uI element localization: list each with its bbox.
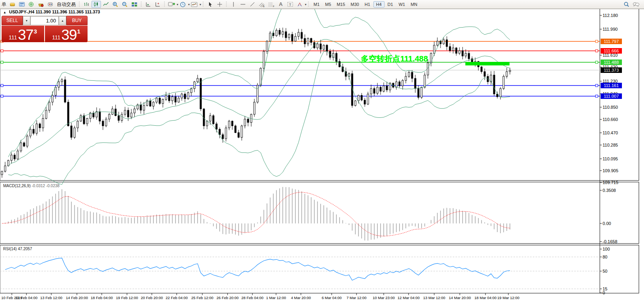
buy-button[interactable]: BUY bbox=[66, 16, 88, 25]
profiles-icon[interactable] bbox=[179, 1, 187, 8]
new-chart-dropdown[interactable]: ▾ bbox=[177, 3, 178, 6]
svg-text:E: E bbox=[263, 5, 265, 7]
autotrading-button[interactable]: 自动交易 bbox=[55, 1, 77, 8]
buy-price-pips: 39 bbox=[61, 28, 77, 41]
arrows-dropdown[interactable]: ▾ bbox=[305, 3, 306, 6]
toolbar-separator bbox=[163, 1, 166, 8]
navigator-icon[interactable] bbox=[27, 1, 36, 8]
hline-price-label: 111.007 bbox=[601, 93, 622, 99]
toolbar-separator bbox=[140, 1, 143, 8]
date-axis-label: 7 Mar 12:00 bbox=[347, 296, 367, 300]
arrows-icon[interactable] bbox=[295, 1, 304, 8]
label-icon[interactable]: T bbox=[286, 1, 295, 8]
cursor-icon[interactable] bbox=[206, 1, 215, 8]
price-axis-tick: 110.660 bbox=[603, 117, 618, 122]
current-price-label: 111.373 bbox=[601, 67, 622, 73]
date-axis-label: 22 Feb 04:00 bbox=[166, 296, 188, 300]
volume-spinner: ▼ 1.00 ▲ bbox=[23, 16, 66, 25]
svg-text:T: T bbox=[289, 3, 291, 7]
timeframe-m5[interactable]: M5 bbox=[323, 2, 333, 7]
toolbar-separator bbox=[307, 1, 310, 8]
date-axis-label: 14 Feb 20:00 bbox=[66, 296, 88, 300]
rsi-value: 47.2057 bbox=[18, 247, 32, 251]
macd-label: MACD(12,26,9) -0.0312 -0.0238 bbox=[3, 184, 60, 188]
hline-price-label: 111.488 bbox=[601, 60, 622, 65]
toolbar-separator bbox=[202, 1, 205, 8]
candlestick-chart-icon[interactable] bbox=[91, 1, 101, 8]
rsi-label: RSI(14) 47.2057 bbox=[3, 247, 32, 251]
vertical-line-icon[interactable] bbox=[229, 1, 238, 8]
tile-windows-icon[interactable] bbox=[130, 1, 139, 8]
svg-text:F: F bbox=[273, 5, 274, 7]
sell-button[interactable]: SELL bbox=[2, 16, 23, 25]
terminal-icon[interactable] bbox=[37, 1, 45, 8]
line-chart-icon[interactable] bbox=[102, 1, 110, 8]
date-axis-label: 6 Mar 04:00 bbox=[322, 296, 342, 300]
fibonacci-icon[interactable]: F bbox=[267, 1, 276, 8]
volume-decrease-button[interactable]: ▼ bbox=[23, 16, 30, 25]
trendline-icon[interactable] bbox=[248, 1, 257, 8]
main-toolbar: 单 自动交易 ▾ ▾ ▾ bbox=[0, 0, 644, 9]
buy-price-box[interactable]: 111 39 1 bbox=[45, 26, 88, 42]
macd-axis-tick: 0.3508 bbox=[603, 188, 616, 193]
autotrading-icon[interactable] bbox=[46, 1, 55, 8]
timeframe-m1[interactable]: M1 bbox=[311, 2, 322, 7]
ohlc-close: 111.373 bbox=[85, 9, 100, 14]
indicators-dropdown[interactable]: ▾ bbox=[200, 3, 201, 6]
indicators-icon[interactable] bbox=[190, 1, 199, 8]
chat-icon[interactable] bbox=[632, 1, 640, 8]
ohlc-low: 111.365 bbox=[69, 9, 84, 14]
price-axis-tick: 110.285 bbox=[603, 143, 618, 147]
zoom-out-icon[interactable] bbox=[121, 1, 129, 8]
volume-input[interactable]: 1.00 bbox=[30, 16, 59, 25]
sell-price-figure: 111 bbox=[9, 33, 17, 41]
buy-price-figure: 111 bbox=[52, 33, 60, 41]
chart-shift-icon[interactable] bbox=[153, 1, 162, 8]
timeframe-m15[interactable]: M15 bbox=[334, 2, 347, 7]
text-icon[interactable]: A bbox=[276, 1, 285, 8]
price-axis-tick: 110.095 bbox=[603, 156, 618, 161]
price-axis-tick: 110.850 bbox=[603, 105, 618, 110]
channel-icon[interactable]: E bbox=[258, 1, 266, 8]
hline-price-label: 111.161 bbox=[601, 83, 622, 88]
bar-chart-icon[interactable] bbox=[82, 1, 91, 8]
chart-canvas[interactable] bbox=[0, 0, 644, 305]
macd-main-value: -0.0312 bbox=[32, 184, 45, 188]
rsi-axis-tick: 80 bbox=[603, 255, 607, 259]
price-axis-tick: 111.990 bbox=[603, 27, 618, 32]
rsi-axis-tick: 0 bbox=[603, 290, 605, 295]
timeframe-m30[interactable]: M30 bbox=[348, 2, 361, 7]
macd-signal-value: -0.0238 bbox=[46, 184, 60, 188]
timeframe-mn[interactable]: MN bbox=[408, 2, 420, 7]
date-axis-label: 18 Feb 04:00 bbox=[91, 296, 113, 300]
market-watch-icon[interactable] bbox=[18, 1, 26, 8]
toolbar-separator bbox=[225, 1, 228, 8]
auto-scroll-icon[interactable] bbox=[144, 1, 153, 8]
zoom-in-icon[interactable] bbox=[111, 1, 120, 8]
search-icon[interactable] bbox=[622, 1, 631, 8]
timeframe-h1[interactable]: H1 bbox=[362, 2, 372, 7]
timeframe-d1[interactable]: D1 bbox=[385, 2, 396, 7]
collapse-ohlc-icon[interactable]: ▲ bbox=[3, 11, 6, 14]
volume-increase-button[interactable]: ▲ bbox=[59, 16, 66, 25]
new-chart-icon[interactable] bbox=[167, 1, 176, 8]
timeframe-w1[interactable]: W1 bbox=[396, 2, 408, 7]
date-axis-label: 13 Feb 12:00 bbox=[40, 296, 62, 300]
menu-fragment[interactable]: 单 bbox=[0, 1, 8, 8]
horizontal-line-icon[interactable] bbox=[239, 1, 247, 8]
date-axis-label: 28 Feb 04:00 bbox=[241, 296, 263, 300]
timeframe-bar: M1M5M15M30H1H4D1W1MN bbox=[311, 1, 420, 7]
date-axis-label: 25 Feb 12:00 bbox=[191, 296, 213, 300]
crosshair-icon[interactable] bbox=[215, 1, 224, 8]
date-axis-label: 26 Feb 20:00 bbox=[217, 296, 239, 300]
chart-annotation-text[interactable]: 多空转折点111.488 bbox=[361, 54, 428, 64]
price-axis-tick: 109.715 bbox=[603, 180, 618, 185]
sell-price-box[interactable]: 111 37 3 bbox=[2, 26, 44, 42]
new-order-icon[interactable] bbox=[8, 1, 17, 8]
timeframe-h4[interactable]: H4 bbox=[373, 1, 385, 7]
date-axis-label: 10 Mar 23:00 bbox=[373, 296, 395, 300]
profiles-dropdown[interactable]: ▾ bbox=[188, 3, 190, 6]
hline-price-label: 111.666 bbox=[601, 48, 622, 54]
sell-price-pips: 37 bbox=[18, 28, 33, 41]
date-axis-label: 12 Mar 04:00 bbox=[398, 296, 420, 300]
